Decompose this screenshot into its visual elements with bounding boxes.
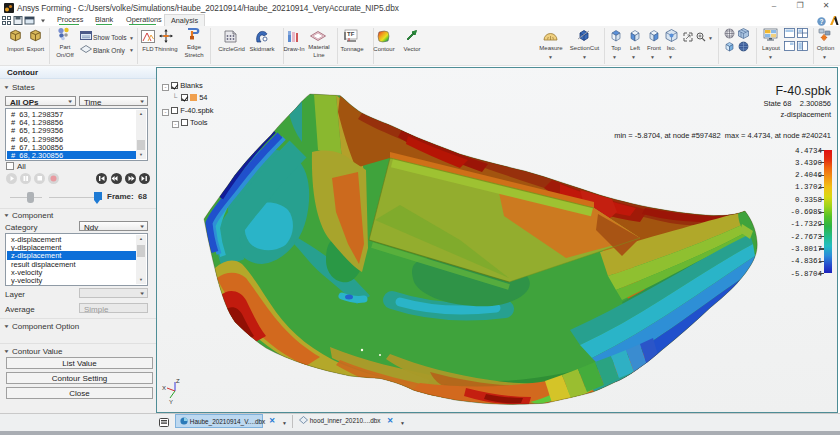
svg-text:?: ? <box>820 18 824 25</box>
svg-text:X: X <box>162 385 166 391</box>
svg-text:TF: TF <box>347 31 355 37</box>
svg-text:Y: Y <box>169 399 173 405</box>
svg-text:Z: Z <box>176 378 180 384</box>
